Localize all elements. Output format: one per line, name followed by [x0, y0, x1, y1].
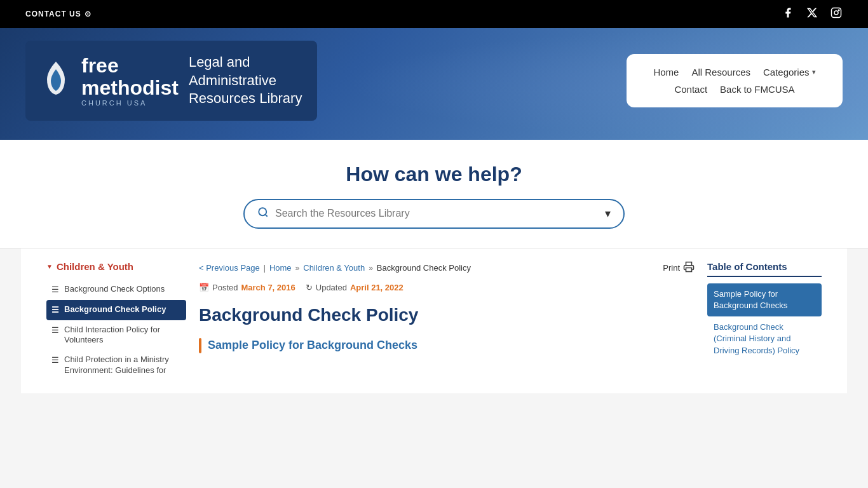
- previous-page-link[interactable]: < Previous Page: [199, 263, 260, 273]
- instagram-icon[interactable]: [830, 7, 843, 21]
- sidebar-category-header[interactable]: ▼ Children & Youth: [46, 261, 186, 272]
- updated-date: April 21, 2022: [350, 283, 403, 292]
- main-content: ▼ Children & Youth ☰ Background Check Op…: [21, 248, 847, 393]
- search-bar: ▾: [243, 199, 625, 229]
- sidebar-item-label: Child Protection in a Ministry Environme…: [64, 355, 181, 376]
- svg-line-4: [265, 214, 267, 216]
- print-icon: [683, 261, 695, 275]
- breadcrumb-separator-1: |: [264, 264, 266, 273]
- svg-rect-0: [832, 8, 841, 18]
- article-first-section: Sample Policy for Background Checks: [199, 338, 695, 353]
- site-header: free methodist CHURCH USA Legal and Admi…: [0, 28, 868, 140]
- social-icons-group: [782, 7, 843, 21]
- nav-categories-label: Categories: [763, 67, 810, 78]
- toc-heading: Table of Contents: [707, 261, 822, 277]
- svg-point-3: [259, 208, 266, 215]
- sidebar-triangle-icon: ▼: [46, 263, 53, 270]
- sidebar-item-child-protection[interactable]: ☰ Child Protection in a Ministry Environ…: [46, 350, 186, 381]
- posted-date: March 7, 2016: [241, 283, 295, 292]
- document-icon: ☰: [51, 285, 59, 295]
- svg-rect-5: [686, 268, 692, 271]
- nav-categories[interactable]: Categories ▾: [763, 67, 816, 78]
- article-title: Background Check Policy: [199, 305, 695, 325]
- sidebar-item-background-check-options[interactable]: ☰ Background Check Options: [46, 280, 186, 300]
- site-title: Legal and Administrative Resources Libra…: [189, 53, 302, 108]
- breadcrumb-bar: < Previous Page | Home » Children & Yout…: [199, 261, 695, 275]
- print-button[interactable]: Print: [663, 261, 695, 275]
- sidebar-item-background-check-policy[interactable]: ☰ Background Check Policy: [46, 300, 186, 320]
- sidebar-item-child-interaction[interactable]: ☰ Child Interaction Policy for Volunteer…: [46, 320, 186, 351]
- flame-icon: [41, 59, 71, 102]
- toc-item-2[interactable]: Background Check (Criminal History and D…: [707, 316, 822, 362]
- search-section: How can we help? ▾: [0, 140, 868, 248]
- nav-all-resources[interactable]: All Resources: [691, 67, 750, 78]
- facebook-icon[interactable]: [782, 7, 794, 21]
- breadcrumb-home[interactable]: Home: [269, 263, 292, 273]
- article-area: < Previous Page | Home » Children & Yout…: [199, 261, 695, 381]
- calendar-icon: 📅: [199, 283, 209, 292]
- breadcrumb: < Previous Page | Home » Children & Yout…: [199, 263, 471, 273]
- document-icon: ☰: [51, 305, 59, 316]
- print-label: Print: [663, 263, 680, 273]
- breadcrumb-current: Background Check Policy: [377, 263, 471, 273]
- updated-label: Updated: [316, 283, 347, 292]
- meta-row: 📅 Posted March 7, 2016 ↻ Updated April 2…: [199, 283, 695, 292]
- breadcrumb-category[interactable]: Children & Youth: [303, 263, 365, 273]
- document-icon: ☰: [51, 355, 59, 366]
- sidebar-item-label: Child Interaction Policy for Volunteers: [64, 325, 181, 346]
- sidebar-items-list: ☰ Background Check Options ☰ Background …: [46, 280, 186, 381]
- chevron-down-icon: ▾: [812, 68, 816, 76]
- breadcrumb-arrow-1: »: [295, 264, 300, 273]
- main-nav: Home All Resources Categories ▾ Contact …: [627, 54, 843, 107]
- search-icon: [257, 207, 269, 221]
- logo-section: free methodist CHURCH USA Legal and Admi…: [25, 41, 317, 121]
- search-dropdown-icon[interactable]: ▾: [605, 207, 611, 220]
- updated-meta: ↻ Updated April 21, 2022: [306, 283, 403, 292]
- section-title-text: Sample Policy for Background Checks: [208, 339, 417, 352]
- sidebar-item-label: Background Check Policy: [64, 304, 166, 315]
- sidebar-category-title: Children & Youth: [57, 261, 133, 272]
- svg-point-2: [838, 10, 839, 11]
- sidebar-item-label: Background Check Options: [64, 284, 165, 295]
- contact-us-link[interactable]: CONTACT US ⊙: [25, 10, 92, 18]
- contact-circle-icon: ⊙: [85, 10, 92, 18]
- search-input[interactable]: [275, 208, 605, 219]
- toc-panel: Table of Contents Sample Policy for Back…: [707, 261, 822, 381]
- toc-item-1[interactable]: Sample Policy for Background Checks: [707, 283, 822, 316]
- document-icon: ☰: [51, 325, 59, 336]
- refresh-icon: ↻: [306, 283, 313, 292]
- posted-label: Posted: [212, 283, 238, 292]
- nav-home[interactable]: Home: [653, 67, 679, 78]
- nav-contact[interactable]: Contact: [674, 84, 707, 95]
- logo-brand-text: free methodist: [81, 55, 179, 99]
- contact-us-label: CONTACT US: [25, 10, 81, 18]
- search-heading: How can we help?: [25, 163, 843, 186]
- twitter-x-icon[interactable]: [806, 7, 818, 21]
- logo-church-text: CHURCH USA: [81, 99, 179, 107]
- svg-point-1: [834, 11, 838, 15]
- breadcrumb-arrow-2: »: [369, 264, 373, 273]
- nav-back-fmcusa[interactable]: Back to FMCUSA: [720, 84, 795, 95]
- posted-meta: 📅 Posted March 7, 2016: [199, 283, 295, 292]
- sidebar: ▼ Children & Youth ☰ Background Check Op…: [46, 261, 186, 381]
